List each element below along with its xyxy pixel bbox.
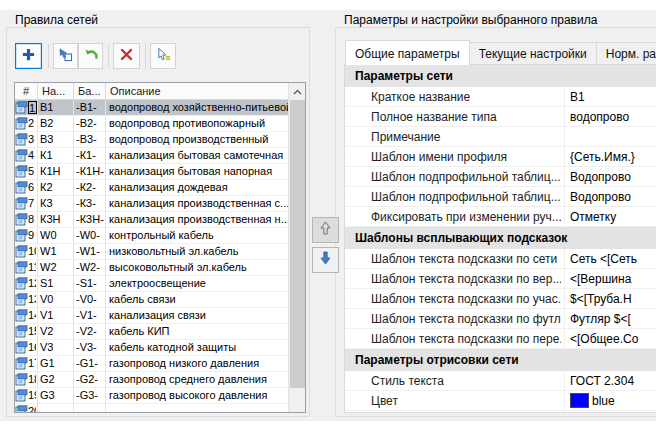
row-number: 5 xyxy=(28,165,36,178)
property-value[interactable]: Водопрово xyxy=(564,187,656,206)
cell-description: канализация бытовая самотечная xyxy=(106,148,288,164)
add-rule-button[interactable] xyxy=(15,43,42,69)
tab-general-parameters[interactable]: Общие параметры xyxy=(345,40,470,65)
table-row[interactable]: 13 V0 -V0- кабель связи xyxy=(15,292,288,308)
rule-icon xyxy=(15,261,28,274)
property-value[interactable]: <[Вершина xyxy=(564,269,656,288)
table-row[interactable]: 2 В2 -В2- водопровод противопожарный xyxy=(15,116,288,132)
cell-base: -V0- xyxy=(74,292,106,308)
property-row[interactable]: Краткое название В1 xyxy=(345,87,656,107)
table-row[interactable]: 18 G2 -G2- газопровод среднего давления xyxy=(15,372,288,388)
table-row[interactable]: 8 К3Н -К3Н- канализация производственная… xyxy=(15,212,288,228)
property-value[interactable] xyxy=(564,127,656,146)
property-value[interactable]: Водопрово xyxy=(564,167,656,186)
property-value[interactable] xyxy=(564,411,656,413)
property-value[interactable]: blue xyxy=(564,391,656,410)
table-row[interactable]: 3 В3 -В3- водопровод производственный xyxy=(15,132,288,148)
scrollbar-up-button[interactable] xyxy=(289,83,305,99)
row-number: 16 xyxy=(28,341,36,354)
table-scrollbar[interactable] xyxy=(288,83,305,412)
table-row[interactable]: 16 V3 -V3- кабель катодной защиты xyxy=(15,340,288,356)
property-value[interactable]: {Сеть.Имя.} xyxy=(564,147,656,166)
property-value[interactable]: В1 xyxy=(564,87,656,106)
property-row[interactable] xyxy=(345,411,656,413)
rule-icon xyxy=(15,389,28,402)
property-label: Шаблон текста подсказки по вер... xyxy=(371,272,561,286)
table-row[interactable]: 12 S1 -S1- электроосвещение xyxy=(15,276,288,292)
column-header-name[interactable]: На... xyxy=(38,83,74,99)
table-row[interactable]: 5 К1Н -К1Н- канализация бытовая напорная xyxy=(15,164,288,180)
property-row[interactable]: Шаблон имени профиля {Сеть.Имя.} xyxy=(345,147,656,167)
property-row[interactable]: Примечание xyxy=(345,127,656,147)
cell-name: V2 xyxy=(38,324,74,340)
property-label: Шаблон подпрофильной таблиц... xyxy=(371,190,561,204)
rule-icon xyxy=(15,229,28,242)
table-row[interactable]: 11 W2 -W2- высоковольтный эл.кабель xyxy=(15,260,288,276)
row-number: 10 xyxy=(28,245,36,258)
cell-name: В2 xyxy=(38,116,74,132)
property-value[interactable]: Отметку xyxy=(564,207,656,226)
table-row[interactable]: 20 xyxy=(15,404,288,412)
move-up-button[interactable] xyxy=(312,217,339,243)
cell-description: водопровод хозяйственно-питьевой xyxy=(106,100,288,116)
property-label: Краткое название xyxy=(371,90,561,104)
cell-name: В3 xyxy=(38,132,74,148)
color-swatch-blue[interactable] xyxy=(570,393,589,408)
cell-base: -В1- xyxy=(74,100,106,116)
property-row[interactable]: Фиксировать при изменении руч... Отметку xyxy=(345,207,656,227)
property-row[interactable]: Шаблон текста подсказки по футл... Футля… xyxy=(345,309,656,329)
table-row[interactable]: 19 G3 -G3- газопровод высокого давления xyxy=(15,388,288,404)
arrow-down-icon xyxy=(320,251,331,269)
property-value[interactable]: Сеть <[Сеть xyxy=(564,249,656,268)
table-row[interactable]: 17 G1 -G1- газопровод низкого давления xyxy=(15,356,288,372)
column-header-number[interactable]: # xyxy=(15,83,38,99)
table-row[interactable]: 4 К1 -К1- канализация бытовая самотечная xyxy=(15,148,288,164)
rule-icon xyxy=(15,213,28,226)
rules-table[interactable]: # На... Ба... Описание 1 В1 -В1- водопро… xyxy=(14,82,306,413)
row-number: 1 xyxy=(28,101,37,114)
row-number: 13 xyxy=(28,293,36,306)
cell-base: -В2- xyxy=(74,116,106,132)
table-row[interactable]: 10 W1 -W1- низковольтный эл.кабель xyxy=(15,244,288,260)
table-row[interactable]: 15 V2 -V2- кабель КИП xyxy=(15,324,288,340)
property-value[interactable]: <[Общее.Со xyxy=(564,329,656,348)
table-row[interactable]: 9 W0 -W0- контрольный кабель xyxy=(15,228,288,244)
property-row[interactable]: Стиль текста ГОСТ 2.304 xyxy=(345,371,656,391)
cell-description: кабель КИП xyxy=(106,324,288,340)
plus-icon xyxy=(21,47,36,66)
property-row[interactable]: Шаблон текста подсказки по сети Сеть <[С… xyxy=(345,249,656,269)
cell-description: высоковольтный эл.кабель xyxy=(106,260,288,276)
column-header-base[interactable]: Ба... xyxy=(74,83,106,99)
row-number: 15 xyxy=(28,325,36,338)
property-value[interactable]: $<[Труба.Н xyxy=(564,289,656,308)
delete-rule-button[interactable] xyxy=(113,43,140,69)
tab-normative-distances[interactable]: Норм. расстояния xyxy=(597,42,656,65)
property-row[interactable]: Шаблон текста подсказки по вер... <[Верш… xyxy=(345,269,656,289)
copy-rule-button[interactable] xyxy=(53,43,78,69)
property-value[interactable]: ГОСТ 2.304 xyxy=(564,371,656,390)
property-row[interactable]: Шаблон подпрофильной таблиц... Водопрово xyxy=(345,167,656,187)
assign-rule-button[interactable] xyxy=(150,43,176,69)
property-label: Шаблон текста подсказки по футл... xyxy=(371,312,561,326)
table-row[interactable]: 6 К2 -К2- канализация дождевая xyxy=(15,180,288,196)
property-row[interactable]: Шаблон подпрофильной таблиц... Водопрово xyxy=(345,187,656,207)
property-row[interactable]: Цвет blue xyxy=(345,391,656,411)
property-value[interactable]: Футляр $<[ xyxy=(564,309,656,328)
table-row[interactable]: 14 V1 -V1- канализация связи xyxy=(15,308,288,324)
cell-base: -V1- xyxy=(74,308,106,324)
tab-current-settings[interactable]: Текущие настройки xyxy=(470,42,597,65)
property-row[interactable]: Шаблон текста подсказки по пере... <[Общ… xyxy=(345,329,656,349)
move-down-button[interactable] xyxy=(312,247,339,273)
rule-icon xyxy=(15,373,28,386)
property-value[interactable]: водопрово xyxy=(564,107,656,126)
scrollbar-thumb[interactable] xyxy=(290,100,305,388)
property-row[interactable]: Полное название типа водопрово xyxy=(345,107,656,127)
property-row[interactable]: Шаблон текста подсказки по учас... $<[Тр… xyxy=(345,289,656,309)
column-header-description[interactable]: Описание xyxy=(106,83,288,99)
cell-description xyxy=(106,404,288,412)
undo-button[interactable] xyxy=(78,43,103,69)
table-row[interactable]: 1 В1 -В1- водопровод хозяйственно-питьев… xyxy=(15,100,288,116)
toolbar-separator xyxy=(145,44,146,68)
cell-description: газопровод высокого давления xyxy=(106,388,288,404)
table-row[interactable]: 7 К3 -К3- канализация производственная с… xyxy=(15,196,288,212)
